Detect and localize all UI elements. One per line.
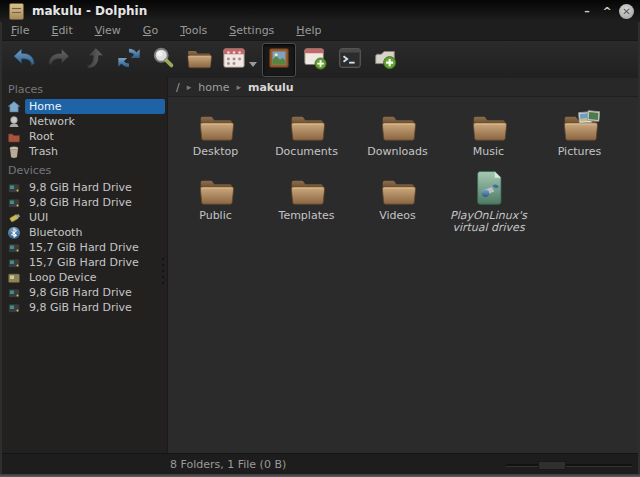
folder-small-icon bbox=[184, 46, 214, 73]
preview-button[interactable] bbox=[262, 43, 296, 77]
new-tab-button[interactable] bbox=[369, 44, 401, 76]
folder-icon bbox=[261, 167, 352, 207]
title-bar[interactable]: makulu - Dolphin –^✕ bbox=[0, 0, 640, 22]
file-item-templates[interactable]: Templates bbox=[261, 167, 352, 222]
file-item-pictures[interactable]: Pictures bbox=[534, 103, 625, 158]
sidebar-item-home[interactable]: Home bbox=[2, 99, 167, 114]
file-item-label: Music bbox=[443, 146, 534, 158]
file-item-label: Public bbox=[170, 210, 261, 222]
file-item-downloads[interactable]: Downloads bbox=[352, 103, 443, 158]
places-panel: PlacesHomeNetworkRootTrashDevices9,8 GiB… bbox=[2, 78, 168, 453]
sidebar-item-loop-device[interactable]: Loop Device bbox=[2, 270, 167, 285]
menu-help[interactable]: Help bbox=[285, 22, 332, 40]
sidebar-item-bluetooth[interactable]: Bluetooth bbox=[2, 225, 167, 240]
sidebar-item-label: Root bbox=[25, 129, 58, 144]
bluetooth-icon bbox=[6, 226, 21, 240]
open-terminal-button[interactable] bbox=[334, 44, 366, 76]
sidebar-item-label: Loop Device bbox=[25, 270, 101, 285]
sidebar-item-network[interactable]: Network bbox=[2, 114, 167, 129]
panel-header-devices: Devices bbox=[2, 159, 167, 180]
file-item-desktop[interactable]: Desktop bbox=[170, 103, 261, 158]
folder-icon bbox=[443, 103, 534, 143]
view-grid-icon bbox=[221, 45, 247, 74]
file-item-public[interactable]: Public bbox=[170, 167, 261, 222]
back-icon bbox=[11, 45, 37, 74]
sidebar-item-15-7-gib-hard-drive[interactable]: 15,7 GiB Hard Drive bbox=[2, 255, 167, 270]
playonlinux-icon bbox=[443, 167, 534, 207]
breadcrumb-segment-makulu[interactable]: makulu bbox=[245, 81, 297, 94]
zoom-slider-handle[interactable] bbox=[538, 461, 566, 470]
breadcrumb-separator-icon: ▸ bbox=[183, 82, 196, 92]
file-item-documents[interactable]: Documents bbox=[261, 103, 352, 158]
minimize-button[interactable]: – bbox=[579, 3, 595, 19]
up-button[interactable] bbox=[78, 44, 110, 76]
sidebar-item-label: 9,8 GiB Hard Drive bbox=[25, 180, 136, 195]
sidebar-item-label: Network bbox=[25, 114, 79, 129]
window-border-left bbox=[0, 22, 2, 477]
file-item-videos[interactable]: Videos bbox=[352, 167, 443, 222]
file-item-label: Templates bbox=[261, 210, 352, 222]
sidebar-item-trash[interactable]: Trash bbox=[2, 144, 167, 159]
forward-button[interactable] bbox=[43, 44, 75, 76]
menu-bar: FileEditViewGoToolsSettingsHelp bbox=[0, 22, 640, 41]
view-mode-button[interactable] bbox=[218, 44, 250, 76]
file-item-label: PlayOnLinux's virtual drives bbox=[443, 210, 534, 234]
reload-button[interactable] bbox=[113, 44, 145, 76]
dolphin-window: makulu - Dolphin –^✕ FileEditViewGoTools… bbox=[0, 0, 640, 477]
file-item-music[interactable]: Music bbox=[443, 103, 534, 158]
folder-icon bbox=[170, 103, 261, 143]
split-button[interactable] bbox=[299, 44, 331, 76]
toolbar bbox=[0, 41, 640, 78]
sidebar-item-label: 9,8 GiB Hard Drive bbox=[25, 195, 136, 210]
reload-icon bbox=[116, 45, 142, 74]
zoom-slider[interactable] bbox=[506, 464, 632, 467]
file-item-label: Downloads bbox=[352, 146, 443, 158]
sidebar-item-uui[interactable]: UUI bbox=[2, 210, 167, 225]
menu-settings[interactable]: Settings bbox=[218, 22, 285, 40]
sidebar-item-9-8-gib-hard-drive[interactable]: 9,8 GiB Hard Drive bbox=[2, 285, 167, 300]
find-button[interactable] bbox=[148, 44, 180, 76]
sidebar-item-9-8-gib-hard-drive[interactable]: 9,8 GiB Hard Drive bbox=[2, 195, 167, 210]
hdd-icon bbox=[6, 286, 21, 300]
folder-view[interactable]: Desktop Documents Downloads Music Pictur… bbox=[168, 96, 638, 453]
sidebar-item-label: Bluetooth bbox=[25, 225, 86, 240]
menu-go[interactable]: Go bbox=[132, 22, 169, 40]
breadcrumb: /▸home▸makulu bbox=[168, 78, 638, 96]
root-icon bbox=[6, 130, 21, 144]
close-button[interactable]: ✕ bbox=[619, 4, 634, 19]
breadcrumb-segment-root[interactable]: / bbox=[173, 81, 183, 94]
breadcrumb-separator-icon: ▸ bbox=[232, 82, 245, 92]
sidebar-item-9-8-gib-hard-drive[interactable]: 9,8 GiB Hard Drive bbox=[2, 180, 167, 195]
find-icon bbox=[151, 45, 177, 74]
up-icon bbox=[81, 45, 107, 74]
network-icon bbox=[6, 115, 21, 129]
sidebar-item-label: UUI bbox=[25, 210, 52, 225]
sidebar-item-9-8-gib-hard-drive[interactable]: 9,8 GiB Hard Drive bbox=[2, 300, 167, 315]
terminal-icon bbox=[337, 45, 363, 74]
preview-icon bbox=[266, 45, 292, 74]
folder-pictures-icon bbox=[534, 103, 625, 143]
file-item-label: Desktop bbox=[170, 146, 261, 158]
hdd-icon bbox=[6, 241, 21, 255]
forward-icon bbox=[46, 45, 72, 74]
menu-edit[interactable]: Edit bbox=[40, 22, 83, 40]
file-item-playonlinux-s-virtual-drives[interactable]: PlayOnLinux's virtual drives bbox=[443, 167, 534, 234]
dropdown-arrow-icon[interactable] bbox=[249, 62, 257, 67]
loop-icon bbox=[6, 271, 21, 285]
breadcrumb-segment-home[interactable]: home bbox=[195, 81, 232, 94]
trash-icon bbox=[6, 145, 21, 159]
file-item-label: Pictures bbox=[534, 146, 625, 158]
hdd-icon bbox=[6, 181, 21, 195]
back-button[interactable] bbox=[8, 44, 40, 76]
maximize-button[interactable]: ^ bbox=[599, 3, 615, 19]
panel-splitter-handle[interactable] bbox=[162, 254, 165, 288]
sidebar-item-root[interactable]: Root bbox=[2, 129, 167, 144]
menu-file[interactable]: File bbox=[0, 22, 40, 40]
usb-icon bbox=[6, 211, 21, 225]
sidebar-item-label: 9,8 GiB Hard Drive bbox=[25, 285, 136, 300]
sidebar-item-15-7-gib-hard-drive[interactable]: 15,7 GiB Hard Drive bbox=[2, 240, 167, 255]
menu-tools[interactable]: Tools bbox=[169, 22, 218, 40]
folder-icon bbox=[352, 103, 443, 143]
icons-view-button[interactable] bbox=[183, 44, 215, 76]
menu-view[interactable]: View bbox=[84, 22, 132, 40]
